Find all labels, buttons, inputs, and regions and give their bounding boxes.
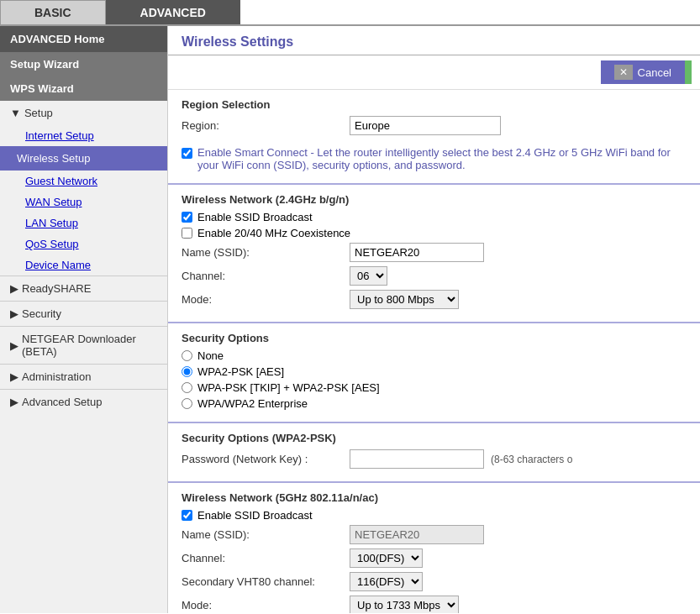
arrow-right-icon-2: ▶ [10,307,18,320]
wireless-5g-title: Wireless Network (5GHz 802.11a/n/ac) [182,491,687,504]
arrow-right-icon-4: ▶ [10,370,18,383]
mode-5g-label: Mode: [182,599,350,611]
mode-24-label: Mode: [182,293,350,306]
ssid-24-label: Name (SSID): [182,246,350,259]
ssid-broadcast-24-checkbox[interactable] [182,212,192,223]
wpa2-section: Security Options (WPA2-PSK) Password (Ne… [168,423,700,483]
security-none-row: None [182,349,687,362]
ssid-5g-input[interactable] [350,525,484,544]
secondary-vht80-label: Secondary VHT80 channel: [182,575,350,588]
mode-5g-value: Up to 54 Mbps Up to 300 Mbps Up to 800 M… [350,596,459,613]
sidebar-item-lan-setup[interactable]: LAN Setup [0,213,167,234]
region-label: Region: [182,119,350,132]
channel-5g-value: 36404448 100(DFS)104(DFS)108(DFS) 112(DF… [350,548,423,568]
wireless-24-title: Wireless Network (2.4GHz b/g/n) [182,193,687,206]
secondary-vht80-row: Secondary VHT80 channel: 116(DFS)120(DFS… [182,572,687,591]
channel-5g-label: Channel: [182,552,350,564]
ssid-broadcast-24-row: Enable SSID Broadcast [182,211,687,223]
sidebar-item-netgear-downloader[interactable]: ▶ NETGEAR Downloader (BETA) [0,326,167,364]
tab-bar: BASIC ADVANCED [0,0,700,26]
sidebar-item-wan-setup[interactable]: WAN Setup [0,192,167,213]
smart-connect-text: Enable Smart Connect - Let the router in… [197,146,687,171]
security-24-section: Security Options None WPA2-PSK [AES] WPA… [168,323,700,423]
region-section-title: Region Selection [182,98,687,111]
sidebar-item-wps-wizard[interactable]: WPS Wizard [0,76,167,101]
arrow-right-icon-3: ▶ [10,339,18,352]
sidebar-item-advanced-setup[interactable]: ▶ Advanced Setup [0,389,167,414]
sidebar: ADVANCED Home Setup Wizard WPS Wizard ▼ … [0,26,168,613]
sidebar-item-security[interactable]: ▶ Security [0,301,167,326]
wireless-24-section: Wireless Network (2.4GHz b/g/n) Enable S… [168,185,700,323]
security-wpa2-radio[interactable] [182,366,192,377]
sidebar-item-advanced-home[interactable]: ADVANCED Home [0,26,167,52]
ssid-5g-label: Name (SSID): [182,528,350,541]
channel-24-label: Channel: [182,270,350,282]
sidebar-item-administration[interactable]: ▶ Administration [0,364,167,389]
password-input[interactable] [350,449,484,469]
smart-connect-checkbox[interactable] [182,148,192,159]
coexistence-checkbox[interactable] [182,228,192,239]
cancel-bar: ✕ Cancel [168,55,700,90]
tab-basic[interactable]: BASIC [0,0,106,24]
tab-advanced[interactable]: ADVANCED [106,0,240,24]
security-wpa-wpa2-row: WPA-PSK [TKIP] + WPA2-PSK [AES] [182,381,687,394]
secondary-vht80-select[interactable]: 116(DFS)120(DFS)124(DFS)128(DFS) [350,572,423,591]
wpa2-title: Security Options (WPA2-PSK) [182,432,687,444]
ssid-24-row: Name (SSID): [182,243,687,262]
sidebar-item-device-name[interactable]: Device Name [0,255,167,276]
mode-24-value: Up to 54 Mbps Up to 300 Mbps Up to 800 M… [350,290,459,309]
cancel-x-icon: ✕ [614,65,633,80]
channel-5g-select[interactable]: 36404448 100(DFS)104(DFS)108(DFS) 112(DF… [350,548,423,568]
ssid-5g-row: Name (SSID): [182,525,687,544]
cancel-button[interactable]: ✕ Cancel [601,60,685,84]
coexistence-label: Enable 20/40 MHz Coexistence [197,227,350,239]
secondary-vht80-value: 116(DFS)120(DFS)124(DFS)128(DFS) [350,572,423,591]
ssid-24-value [350,243,484,262]
channel-5g-row: Channel: 36404448 100(DFS)104(DFS)108(DF… [182,548,687,568]
ssid-24-input[interactable] [350,243,484,262]
security-enterprise-label: WPA/WPA2 Enterprise [197,397,308,410]
mode-5g-select[interactable]: Up to 54 Mbps Up to 300 Mbps Up to 800 M… [350,596,459,613]
ssid-5g-value [350,525,484,544]
arrow-down-icon: ▼ [10,107,21,119]
coexistence-row: Enable 20/40 MHz Coexistence [182,227,687,239]
security-enterprise-radio[interactable] [182,398,192,409]
mode-24-select[interactable]: Up to 54 Mbps Up to 300 Mbps Up to 800 M… [350,290,459,309]
security-wpa-wpa2-radio[interactable] [182,382,192,393]
sidebar-item-readyshare[interactable]: ▶ ReadySHARE [0,276,167,301]
security-wpa-wpa2-label: WPA-PSK [TKIP] + WPA2-PSK [AES] [197,381,380,394]
sidebar-section-setup: ▼ Setup [0,101,167,125]
security-wpa2-row: WPA2-PSK [AES] [182,365,687,378]
security-none-label: None [197,349,224,362]
mode-24-row: Mode: Up to 54 Mbps Up to 300 Mbps Up to… [182,290,687,309]
sidebar-item-wireless-setup[interactable]: Wireless Setup [0,146,167,171]
security-wpa2-label: WPA2-PSK [AES] [197,365,284,378]
region-input[interactable] [350,116,501,135]
arrow-right-icon-5: ▶ [10,396,18,408]
password-hint: (8-63 characters o [491,454,572,465]
password-label: Password (Network Key) : [182,453,350,465]
password-row: Password (Network Key) : (8-63 character… [182,449,687,469]
channel-24-select[interactable]: 0102030405 060708091011 [350,266,387,286]
channel-24-row: Channel: 0102030405 060708091011 [182,266,687,286]
region-section: Region Selection Region: Enable Smart Co… [168,90,700,185]
sidebar-item-internet-setup[interactable]: Internet Setup [0,125,167,146]
sidebar-item-qos-setup[interactable]: QoS Setup [0,234,167,255]
region-value [350,116,501,135]
page-title: Wireless Settings [168,26,700,55]
security-none-radio[interactable] [182,350,192,361]
content-area: Wireless Settings ✕ Cancel Region Select… [168,26,700,613]
ssid-broadcast-24-label: Enable SSID Broadcast [197,211,313,223]
security-24-title: Security Options [182,332,687,344]
smart-connect-row: Enable Smart Connect - Let the router in… [182,139,687,175]
ssid-broadcast-5g-label: Enable SSID Broadcast [197,509,313,522]
arrow-right-icon: ▶ [10,282,18,295]
password-value: (8-63 characters o [350,449,572,469]
main-layout: ADVANCED Home Setup Wizard WPS Wizard ▼ … [0,26,700,613]
mode-5g-row: Mode: Up to 54 Mbps Up to 300 Mbps Up to… [182,596,687,613]
ssid-broadcast-5g-checkbox[interactable] [182,510,192,521]
sidebar-item-setup-wizard[interactable]: Setup Wizard [0,52,167,76]
sidebar-item-guest-network[interactable]: Guest Network [0,171,167,192]
wireless-5g-section: Wireless Network (5GHz 802.11a/n/ac) Ena… [168,483,700,613]
ssid-broadcast-5g-row: Enable SSID Broadcast [182,509,687,522]
